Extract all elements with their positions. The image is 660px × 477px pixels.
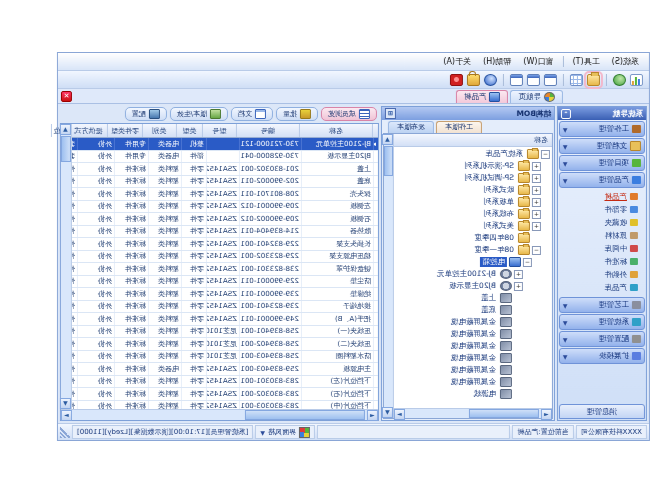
tree-node-8[interactable]: −08年一季度	[394, 244, 552, 256]
table-horizontal-scrollbar[interactable]: ◄ ►	[61, 409, 378, 420]
nav-group-7[interactable]: 扩展模块▼	[559, 348, 645, 364]
expand-plus-icon[interactable]: +	[514, 282, 523, 291]
tree-node-6[interactable]: +美式系列	[394, 220, 552, 232]
folder-icon[interactable]	[587, 74, 600, 86]
expand-plus-icon[interactable]: +	[532, 222, 541, 231]
nav-item-产品库[interactable]: 产品库	[558, 281, 646, 294]
tree-node-0[interactable]: −系统产品库	[394, 148, 552, 160]
toolbar-button-版本/生效[interactable]: 版本/生效	[170, 107, 228, 121]
expand-plus-icon[interactable]: +	[532, 162, 541, 171]
tree-vscroll-thumb[interactable]	[384, 146, 393, 176]
scroll-left-icon[interactable]: ◄	[367, 410, 378, 421]
table-row[interactable]: 防水塑料圈258-839403-001尼芝1010零件塑料类标准件外协件	[72, 351, 378, 364]
table-row[interactable]: 探头壳208-801701-011ZSA1452零件塑料类标准件外协件	[72, 188, 378, 201]
help-ball-icon[interactable]	[484, 74, 497, 86]
nav-item-原材料[interactable]: 原材料	[558, 229, 646, 242]
tree-node-14[interactable]: 金属屏蔽电缆	[394, 316, 552, 328]
column-header-零件类型[interactable]: 零件类型	[107, 124, 142, 137]
menu-item-5[interactable]: 关于(A)	[437, 55, 477, 68]
tree-node-12[interactable]: 上盖	[394, 292, 552, 304]
globe-icon[interactable]	[613, 74, 626, 86]
table-row[interactable]: 底盖202-990002-011ZSA1452零件塑料类标准件外协件	[72, 176, 378, 189]
menu-item-0[interactable]: 系统(S)	[606, 55, 645, 68]
table-row[interactable]: ▸BJ-2100主控单元730-721000-121整机电器类专用件外协套	[72, 138, 378, 151]
tree-node-15[interactable]: 金属屏蔽电缆	[394, 328, 552, 340]
tree-node-17[interactable]: 金属屏蔽电缆	[394, 352, 552, 364]
table-row[interactable]: 下挡位片(右)283-830302-001ZSA1452零件塑料类标准件外协件	[72, 388, 378, 401]
nav-group-1[interactable]: 文档管理▼	[559, 138, 645, 154]
tree-vertical-scrollbar[interactable]: ▲ ▼	[384, 134, 394, 418]
menu-item-1[interactable]: 工具(T)	[567, 55, 606, 68]
collapse-minus-icon[interactable]: −	[541, 150, 550, 159]
expand-plus-icon[interactable]: +	[532, 198, 541, 207]
lock-icon[interactable]	[467, 74, 480, 86]
table-vscroll-thumb[interactable]	[61, 136, 71, 162]
column-header-型号[interactable]: 型号	[202, 124, 236, 137]
nav-group-4[interactable]: 工艺管理▼	[559, 297, 645, 313]
scroll-down-icon[interactable]: ▼	[60, 398, 71, 409]
exit-icon[interactable]	[450, 74, 463, 86]
pin-button[interactable]: ⊞	[385, 108, 396, 119]
expand-plus-icon[interactable]: +	[514, 270, 523, 279]
column-header-类型[interactable]: 类型	[176, 124, 202, 137]
version-tab-0[interactable]: 工作版本	[436, 121, 482, 133]
table-row[interactable]: 主电源板259-839403-001ZSA1452零件电器类标准件外协件	[72, 363, 378, 376]
tree-node-18[interactable]: 金属屏蔽电缆	[394, 364, 552, 376]
table-row[interactable]: 下挡位片(中)283-830303-001ZSA1452零件塑料类标准件外协件	[72, 401, 378, 410]
nav-group-5[interactable]: 系统管理▼	[559, 314, 645, 330]
toolbar-button-文档[interactable]: 文档	[231, 107, 273, 121]
tree-node-11[interactable]: +BJ20主显示板	[394, 280, 552, 292]
tree-node-13[interactable]: 底盖	[394, 304, 552, 316]
menu-item-3[interactable]: 窗口(W)	[517, 55, 559, 68]
table-row[interactable]: 右侧板209-990002-012ZSA1452零件塑料类标准件外协件	[72, 213, 378, 226]
window3-icon[interactable]	[510, 74, 523, 86]
expand-plus-icon[interactable]: +	[532, 174, 541, 183]
column-header-名称[interactable]: 名称	[299, 124, 372, 137]
scroll-left-icon[interactable]: ◄	[541, 409, 552, 420]
table-row[interactable]: 稳压电源支架229-823302-001ZSA1452零件塑料类标准件外协件	[72, 251, 378, 264]
nav-item-收藏夹[interactable]: 收藏夹	[558, 216, 646, 229]
table-row[interactable]: 上盖201-830302-001ZSA1452零件塑料类标准件外协件	[72, 163, 378, 176]
tree-node-20[interactable]: 电源线	[394, 388, 552, 400]
tree-node-9[interactable]: −电控箱	[394, 256, 552, 268]
nav-group-3[interactable]: 产品管理▼	[559, 172, 645, 188]
scroll-up-icon[interactable]: ▲	[60, 124, 71, 135]
tree-node-10[interactable]: +BJ-2100主控单元	[394, 268, 552, 280]
table-row[interactable]: BJ20主显示板730-928000-041部件电器类专用件外协套	[72, 151, 378, 164]
scroll-right-icon[interactable]: ►	[394, 409, 405, 420]
tree-node-19[interactable]: 金属屏蔽电缆	[394, 376, 552, 388]
collapse-minus-icon[interactable]: −	[523, 258, 532, 267]
table-row[interactable]: 长插头支架229-832401-001ZSA1452零件塑料类标准件外协件	[72, 238, 378, 251]
status-style-selector[interactable]: 界面风格 ▼	[255, 425, 315, 439]
nav-group-2[interactable]: 项目管理▼	[559, 155, 645, 171]
tree-column-header[interactable]: 名称	[394, 134, 552, 147]
doc-tab-0[interactable]: 导航页	[511, 90, 564, 103]
table-hscroll-thumb[interactable]	[245, 410, 365, 420]
nav-item-标准件[interactable]: 标准件	[558, 255, 646, 268]
tree-node-2[interactable]: +SP-调试机系列	[394, 172, 552, 184]
table-vertical-scrollbar[interactable]: ▲ ▼	[61, 124, 72, 409]
table-row[interactable]: 把手(A、B)249-990001-011ZSA1452零件塑料类标准件外协件	[72, 313, 378, 326]
doc-tab-1[interactable]: 产品树	[456, 90, 509, 103]
tree-hscroll-thumb[interactable]	[469, 409, 539, 418]
nav-collapse-button[interactable]: ⌃	[561, 109, 571, 119]
toolbar-button-批量[interactable]: 批量	[276, 107, 318, 121]
nav-group-6[interactable]: 配置管理▼	[559, 331, 645, 347]
expand-plus-icon[interactable]: +	[532, 210, 541, 219]
collapse-minus-icon[interactable]: −	[532, 246, 541, 255]
table-row[interactable]: 下挡位片(左)283-830301-001ZSA1452零件塑料类标准件外协件	[72, 376, 378, 389]
version-tab-1[interactable]: 发布版本	[388, 121, 434, 133]
tree-node-3[interactable]: +欧式系列	[394, 184, 552, 196]
tree-node-1[interactable]: +SP-演示机系列	[394, 160, 552, 172]
menu-item-4[interactable]: 帮助(H)	[477, 55, 517, 68]
column-header-编号[interactable]: 编号	[236, 124, 299, 137]
nav-item-零部件[interactable]: 零部件	[558, 203, 646, 216]
window2-icon[interactable]	[527, 74, 540, 86]
nav-item-中间库[interactable]: 中间库	[558, 242, 646, 255]
table-row[interactable]: 压线夹(一)258-839401-001尼芝1010零件塑料类标准件外协件	[72, 326, 378, 339]
close-tab-button[interactable]: ✕	[61, 91, 72, 102]
tree-node-5[interactable]: +布线系列	[394, 208, 552, 220]
window1-icon[interactable]	[544, 74, 557, 86]
scroll-right-icon[interactable]: ►	[61, 410, 72, 421]
tree-node-7[interactable]: 08年四季度	[394, 232, 552, 244]
